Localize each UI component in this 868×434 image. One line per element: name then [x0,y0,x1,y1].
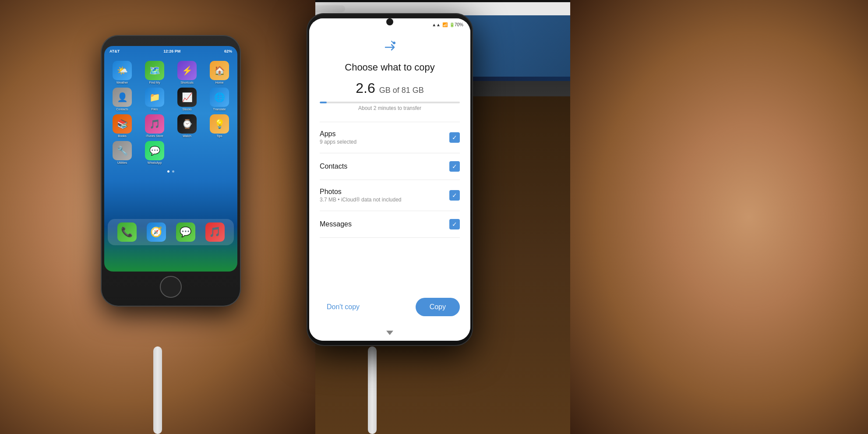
files-icon: 📁 [145,88,164,107]
iphone-device: AT&T 12:26 PM 62% 🌤️ Weather 🗺️ Find My … [101,35,241,307]
app-tips[interactable]: 💡 Tips [205,114,234,138]
books-icon: 📚 [113,114,132,134]
apps-sublabel: 9 apps selected [320,139,449,145]
iphone-dock: 📞 🧭 💬 🎵 [108,219,234,245]
stocks-icon: 📈 [177,88,197,107]
size-unit: GB of 81 GB [379,86,424,95]
iphone-carrier: AT&T [109,49,120,53]
app-utilities[interactable]: 🔧 Utilities [108,141,137,164]
android-wifi-icon: ▲▲ [432,22,441,27]
apps-info: Apps 9 apps selected [320,130,449,145]
dock-safari[interactable]: 🧭 [147,222,166,242]
android-nav-bar [309,325,470,341]
contacts-label: Contacts [320,162,449,170]
stocks-label: Stocks [182,108,191,111]
app-shortcuts[interactable]: ⚡ Shortcuts [173,61,201,84]
home-label: Home [215,81,224,84]
photos-label: Photos [320,188,449,196]
divider-2 [320,180,460,180]
app-weather[interactable]: 🌤️ Weather [108,61,137,84]
app-books[interactable]: 📚 Books [108,114,137,138]
watch-label: Watch [183,134,191,138]
android-screen: ▲▲ 📶 🔋70% Choose what to copy 2.6 GB of … [309,18,470,341]
watch-icon: ⌚ [177,114,197,134]
app-stocks[interactable]: 📈 Stocks [173,88,201,111]
tips-icon: 💡 [210,114,229,134]
dock-music[interactable]: 🎵 [205,222,225,242]
page-dot-1 [167,170,169,173]
findmy-icon: 🗺️ [145,61,164,80]
weather-label: Weather [116,81,128,84]
contacts-icon: 👤 [113,88,132,107]
whatsapp-label: WhatsApp [148,161,162,164]
findmy-label: Find My [149,81,160,84]
translate-icon: 🌐 [210,88,229,107]
app-translate[interactable]: 🌐 Translate [205,88,234,111]
size-main: 2.6 [356,80,375,96]
dialog-item-apps[interactable]: Apps 9 apps selected ✓ [320,124,460,151]
dialog-size: 2.6 GB of 81 GB [320,80,460,96]
usb-cable-right [368,346,377,434]
divider-bottom [320,237,460,238]
app-contacts[interactable]: 👤 Contacts [108,88,137,111]
contacts-info: Contacts [320,162,449,170]
itunes-icon: 🎵 [145,114,164,134]
dialog-item-photos[interactable]: Photos 3.7 MB • iCloud® data not include… [320,182,460,209]
iphone-screen: AT&T 12:26 PM 62% 🌤️ Weather 🗺️ Find My … [104,46,237,272]
dont-copy-button[interactable]: Don't copy [320,298,367,316]
svg-point-0 [393,42,395,44]
app-watch[interactable]: ⌚ Watch [173,114,201,138]
iphone-status-bar: AT&T 12:26 PM 62% [104,46,237,56]
android-signal-icon: 📶 [442,22,448,27]
time-estimate: About 2 minutes to transfer [320,105,460,111]
right-hand [570,0,868,434]
dialog-title: Choose what to copy [320,62,460,73]
contacts-checkbox[interactable]: ✓ [449,161,460,172]
app-files[interactable]: 📁 Files [140,88,169,111]
transfer-icon [320,39,460,58]
weather-icon: 🌤️ [113,61,132,80]
page-indicator [104,170,237,173]
tips-label: Tips [217,134,222,138]
books-label: Books [118,134,126,138]
files-label: Files [152,108,158,111]
utilities-icon: 🔧 [113,141,132,160]
progress-fill [320,102,327,103]
copy-button[interactable]: Copy [416,298,460,316]
dialog-actions: Don't copy Copy [320,291,460,316]
dock-messages[interactable]: 💬 [176,222,195,242]
photos-info: Photos 3.7 MB • iCloud® data not include… [320,188,449,203]
whatsapp-icon: 💬 [145,141,164,160]
android-back-button[interactable] [386,331,393,335]
contacts-label: Contacts [116,108,128,111]
itunes-label: iTunes Store [146,134,163,138]
page-dot-2 [172,170,174,173]
dialog-item-messages[interactable]: Messages ✓ [320,213,460,236]
iphone-time: 12:26 PM [163,49,180,53]
iphone-battery: 62% [224,49,232,53]
app-itunes[interactable]: 🎵 iTunes Store [140,114,169,138]
messages-checkbox[interactable]: ✓ [449,219,460,229]
messages-info: Messages [320,220,449,228]
app-findmy[interactable]: 🗺️ Find My [140,61,169,84]
dock-phone[interactable]: 📞 [117,222,137,242]
apps-checkbox[interactable]: ✓ [449,132,460,143]
photos-checkbox[interactable]: ✓ [449,190,460,201]
shortcuts-icon: ⚡ [177,61,197,80]
app-home[interactable]: 🏠 Home [205,61,234,84]
utilities-label: Utilities [117,161,127,164]
progress-bar [320,102,460,103]
android-battery-icon: 🔋70% [449,22,463,27]
copy-dialog: Choose what to copy 2.6 GB of 81 GB Abou… [309,31,470,325]
iphone-home-button[interactable] [160,276,182,298]
messages-label: Messages [320,220,449,228]
app-whatsapp[interactable]: 💬 WhatsApp [140,141,169,164]
android-notch [386,18,393,25]
dialog-item-contacts[interactable]: Contacts ✓ [320,155,460,178]
divider-1 [320,153,460,153]
usb-cable-left [153,346,162,434]
translate-label: Translate [213,108,226,111]
home-icon: 🏠 [210,61,229,80]
divider-top [320,122,460,122]
divider-3 [320,211,460,211]
